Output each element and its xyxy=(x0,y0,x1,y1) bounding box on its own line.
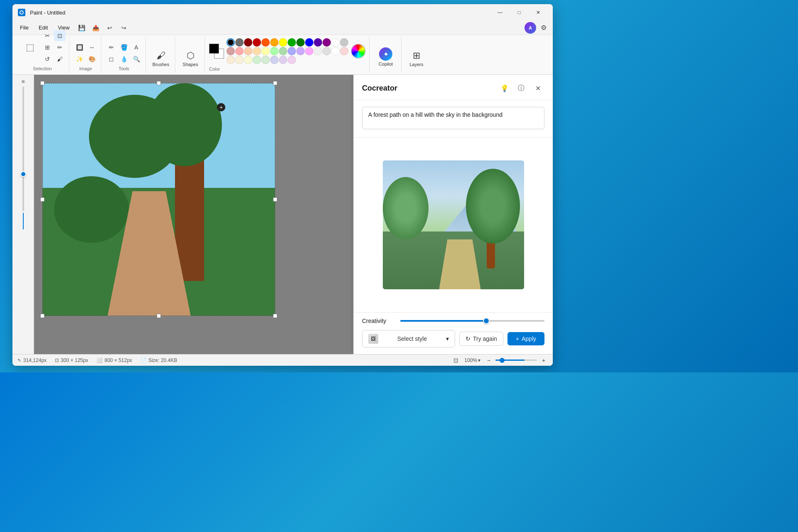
color-swatch-6[interactable] xyxy=(279,38,287,47)
color-swatch-24[interactable] xyxy=(314,47,322,55)
color-swatch-23[interactable] xyxy=(305,47,313,55)
zoom-percent-display[interactable]: 100% ▾ xyxy=(463,357,482,364)
crop-button[interactable]: ✂ xyxy=(42,30,53,41)
color-swatch-10[interactable] xyxy=(314,38,322,47)
color-swatch-33[interactable] xyxy=(270,56,278,64)
color-swatch-22[interactable] xyxy=(296,47,305,55)
eyedrop-btn[interactable]: 💧 xyxy=(118,54,130,64)
settings-button[interactable]: ⚙ xyxy=(538,22,549,34)
try-again-button[interactable]: ↻ Try again xyxy=(459,332,503,346)
select-style-button[interactable]: 🖼 Select style ▾ xyxy=(362,330,455,347)
handle-mid-left[interactable] xyxy=(40,197,44,202)
copilot-button[interactable]: ✦ Copilot xyxy=(374,43,398,71)
color-swatch-4[interactable] xyxy=(261,38,270,47)
eraser-btn[interactable]: ◻ xyxy=(106,54,117,64)
color-swatch-31[interactable] xyxy=(253,56,261,64)
handle-top-left[interactable] xyxy=(40,81,44,85)
bucket-btn[interactable]: 🪣 xyxy=(118,42,130,53)
color-swatch-13[interactable] xyxy=(340,38,348,47)
minimize-button[interactable]: — xyxy=(490,6,510,19)
creativity-slider[interactable] xyxy=(400,320,544,322)
color-swatch-20[interactable] xyxy=(279,47,287,55)
close-button[interactable]: ✕ xyxy=(529,6,548,19)
foreground-color[interactable] xyxy=(209,44,219,54)
color-swatch-15[interactable] xyxy=(235,47,244,55)
handle-top-mid[interactable] xyxy=(157,81,161,85)
canvas-content xyxy=(42,83,275,316)
resize-button[interactable]: ⊞ xyxy=(42,42,53,53)
color-swatch-0[interactable] xyxy=(227,38,235,47)
paint-btn[interactable]: 🎨 xyxy=(86,54,98,64)
color-swatch-7[interactable] xyxy=(288,38,296,47)
zoom-out-button[interactable]: − xyxy=(485,356,493,365)
color-swatch-12[interactable] xyxy=(331,38,340,47)
zoom-slider[interactable] xyxy=(495,360,537,361)
brushes-button[interactable]: 🖌 Brushes xyxy=(150,46,172,71)
redo-button[interactable]: ↪ xyxy=(118,22,130,34)
color-swatch-35[interactable] xyxy=(288,56,296,64)
profile-avatar[interactable]: A xyxy=(525,22,536,34)
undo-button[interactable]: ↩ xyxy=(103,22,116,34)
main-canvas[interactable]: + xyxy=(34,75,353,354)
prompt-input[interactable] xyxy=(362,107,544,129)
color-swatch-16[interactable] xyxy=(244,47,252,55)
handle-mid-right[interactable] xyxy=(273,197,277,202)
color-swatch-25[interactable] xyxy=(323,47,331,55)
fill-button[interactable]: 🖌 xyxy=(54,54,66,64)
pencil-btn[interactable]: ✏ xyxy=(106,42,117,53)
select-rect-button[interactable]: ⊡ xyxy=(54,30,66,41)
color-swatch-30[interactable] xyxy=(244,56,252,64)
selection-label: Selection xyxy=(33,66,52,71)
color-swatch-32[interactable] xyxy=(261,56,270,64)
color-wheel[interactable] xyxy=(351,44,366,59)
rotate-button[interactable]: ↺ xyxy=(42,54,53,64)
color-swatch-2[interactable] xyxy=(244,38,252,47)
color-swatch-28[interactable] xyxy=(227,56,235,64)
apply-button[interactable]: + Apply xyxy=(507,332,544,345)
color-swatch-26[interactable] xyxy=(331,47,340,55)
handle-bottom-right[interactable] xyxy=(273,314,277,318)
layers-button[interactable]: ⊞ Layers xyxy=(406,46,427,71)
color-swatch-14[interactable] xyxy=(227,47,235,55)
color-swatch-17[interactable] xyxy=(253,47,261,55)
maximize-button[interactable]: □ xyxy=(510,6,529,19)
selection-button[interactable]: ⬚ xyxy=(19,35,41,60)
magnify-btn[interactable]: 🔍 xyxy=(131,54,142,64)
color-swatch-29[interactable] xyxy=(235,56,244,64)
zoom-full-button[interactable]: ⊡ xyxy=(452,356,460,365)
color-swatch-19[interactable] xyxy=(270,47,278,55)
size-slider-thumb[interactable] xyxy=(20,171,26,177)
handle-bottom-left[interactable] xyxy=(40,314,44,318)
color-swatch-34[interactable] xyxy=(279,56,287,64)
color-swatch-9[interactable] xyxy=(305,38,313,47)
color-swatch-8[interactable] xyxy=(296,38,305,47)
color-swatch-11[interactable] xyxy=(323,38,331,47)
share-button[interactable]: 📤 xyxy=(89,22,102,34)
selection-buttons-row: ⬚ ✂ ⊞ ↺ ⊡ ✏ 🖌 xyxy=(19,30,66,64)
flip-btn[interactable]: ↔ xyxy=(86,42,98,53)
color-swatch-18[interactable] xyxy=(261,47,270,55)
bottom-actions: 🖼 Select style ▾ ↻ Try again + Apply xyxy=(362,330,544,347)
shapes-button[interactable]: ⬡ Shapes xyxy=(180,46,201,71)
handle-bottom-mid[interactable] xyxy=(157,314,161,318)
handle-top-right[interactable] xyxy=(273,81,277,85)
save-button[interactable]: 💾 xyxy=(75,22,88,34)
cocreator-info-button[interactable]: ⓘ xyxy=(515,81,528,95)
color-swatch-27[interactable] xyxy=(340,47,348,55)
cocreator-hint-button[interactable]: 💡 xyxy=(498,81,511,95)
image-buttons-row: 🔲 ✨ ↔ 🎨 xyxy=(74,42,98,64)
size-slider-track[interactable] xyxy=(22,86,24,211)
color-swatch-1[interactable] xyxy=(235,38,244,47)
color-fg-bg[interactable] xyxy=(209,44,224,59)
select-img-btn[interactable]: 🔲 xyxy=(74,42,85,53)
ai-img-btn[interactable]: ✨ xyxy=(74,54,85,64)
zoom-in-button[interactable]: + xyxy=(539,356,548,365)
select-free-button[interactable]: ✏ xyxy=(54,42,66,53)
text-btn[interactable]: A xyxy=(131,42,142,53)
cursor-position: ↖ 314,124px xyxy=(17,357,47,363)
canvas-size-value: 800 × 512px xyxy=(104,357,132,363)
cocreator-close-button[interactable]: ✕ xyxy=(531,81,544,95)
color-swatch-3[interactable] xyxy=(253,38,261,47)
color-swatch-21[interactable] xyxy=(288,47,296,55)
color-swatch-5[interactable] xyxy=(270,38,278,47)
